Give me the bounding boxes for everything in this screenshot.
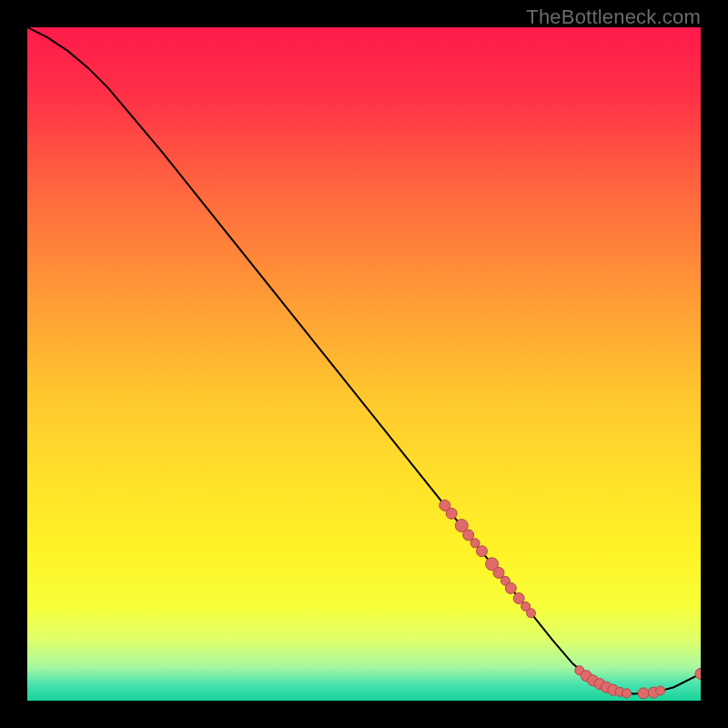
data-point — [477, 546, 488, 557]
data-point — [638, 688, 649, 699]
data-point — [446, 508, 457, 519]
data-point — [656, 686, 665, 695]
chart-stage: TheBottleneck.com — [0, 0, 728, 728]
data-point — [463, 530, 474, 541]
chart-svg — [27, 27, 701, 701]
data-point — [513, 593, 524, 604]
data-point — [493, 567, 504, 578]
plot-area — [27, 27, 701, 701]
data-point — [470, 539, 480, 548]
data-point — [527, 609, 536, 618]
data-point — [622, 689, 632, 698]
gradient-background — [27, 27, 701, 701]
data-point — [505, 582, 516, 593]
attribution-text: TheBottleneck.com — [526, 5, 701, 29]
